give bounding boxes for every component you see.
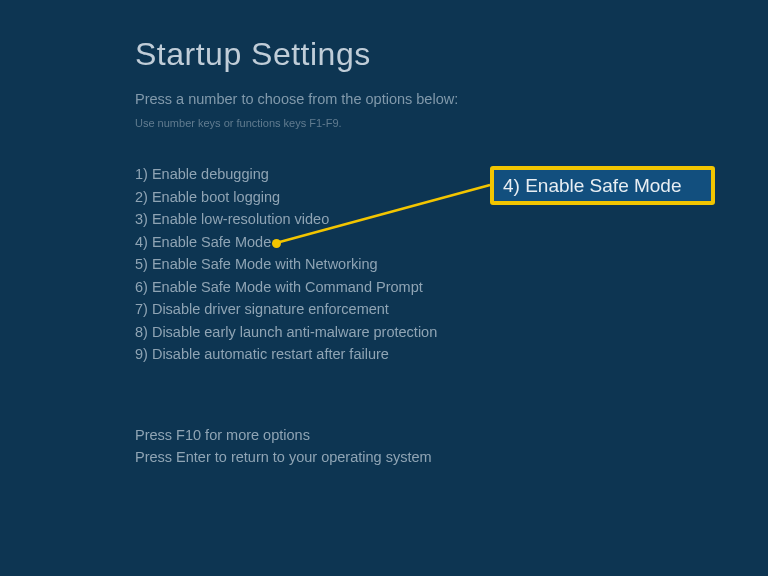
option-enable-safe-mode-networking[interactable]: 5) Enable Safe Mode with Networking [135,253,768,276]
option-disable-auto-restart[interactable]: 9) Disable automatic restart after failu… [135,343,768,366]
option-enable-safe-mode-command-prompt[interactable]: 6) Enable Safe Mode with Command Prompt [135,276,768,299]
callout-text: 4) Enable Safe Mode [503,175,682,197]
option-disable-driver-signature[interactable]: 7) Disable driver signature enforcement [135,298,768,321]
more-options-text: Press F10 for more options [135,424,768,446]
startup-settings-screen: Startup Settings Press a number to choos… [0,0,768,468]
option-disable-anti-malware[interactable]: 8) Disable early launch anti-malware pro… [135,321,768,344]
keyboard-hint: Use number keys or functions keys F1-F9. [135,117,768,129]
page-title: Startup Settings [135,36,768,73]
annotation-pointer-dot [272,239,281,248]
instruction-subtitle: Press a number to choose from the option… [135,91,768,107]
option-enable-safe-mode[interactable]: 4) Enable Safe Mode [135,231,768,254]
footer-instructions: Press F10 for more options Press Enter t… [135,424,768,468]
return-text: Press Enter to return to your operating … [135,446,768,468]
option-enable-low-resolution-video[interactable]: 3) Enable low-resolution video [135,208,768,231]
annotation-callout: 4) Enable Safe Mode [490,166,715,205]
